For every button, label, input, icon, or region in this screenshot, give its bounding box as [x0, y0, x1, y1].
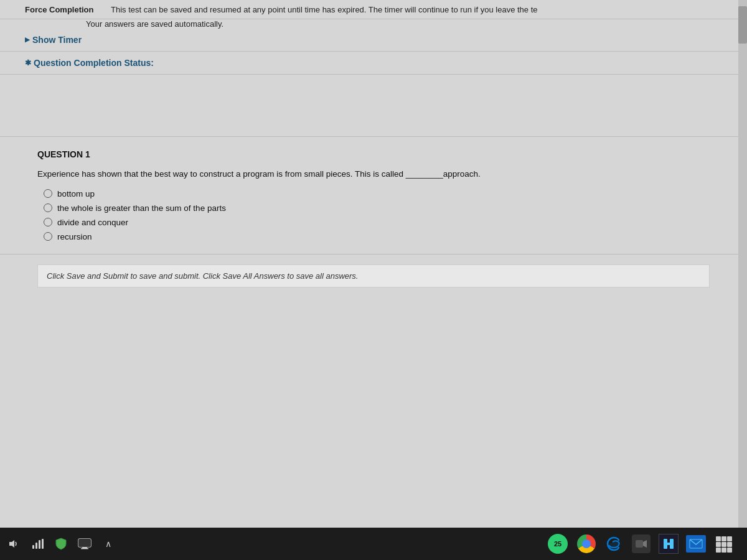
radio-recursion[interactable]: [44, 232, 52, 241]
wifi-icon[interactable]: [29, 535, 46, 553]
show-timer-row[interactable]: ▶ Show Timer: [0, 29, 747, 52]
svg-marker-0: [9, 540, 14, 548]
quiz-container: Force Completion This test can be saved …: [0, 0, 747, 528]
question-completion-row[interactable]: ✱ Question Completion Status:: [0, 52, 747, 75]
radio-whole-greater[interactable]: [44, 203, 52, 212]
answer-option-2[interactable]: the whole is greater than the sum of the…: [44, 203, 710, 213]
mail-app-icon[interactable]: [684, 531, 708, 556]
question-number: QUESTION 1: [37, 149, 710, 159]
answer-option-4-text: recursion: [57, 232, 92, 241]
timer-circle: 25: [548, 534, 568, 554]
file-manager-app-icon[interactable]: [656, 531, 681, 556]
svg-marker-10: [643, 540, 647, 548]
force-completion-text: This test can be saved and resumed at an…: [111, 4, 538, 16]
taskbar: ∧ 25: [0, 528, 747, 560]
scroll-thumb[interactable]: [738, 6, 747, 44]
grid-app-icon[interactable]: [711, 531, 736, 556]
edge-icon: [604, 534, 623, 553]
answer-option-4[interactable]: recursion: [44, 232, 710, 241]
answer-options: bottom up the whole is greater than the …: [37, 189, 710, 241]
svg-rect-13: [664, 543, 674, 545]
show-timer-label: Show Timer: [32, 35, 82, 45]
completion-arrow-icon: ✱: [25, 58, 31, 67]
question-text: Experience has shown that the best way t…: [37, 168, 710, 180]
taskbar-center: 25: [545, 531, 736, 556]
question-block: QUESTION 1 Experience has shown that the…: [0, 137, 747, 254]
footer-instruction: Click Save and Submit to save and submit…: [37, 264, 710, 287]
svg-rect-8: [81, 548, 88, 549]
answer-option-3[interactable]: divide and conquer: [44, 218, 710, 227]
svg-rect-2: [35, 543, 37, 549]
expand-tray-icon[interactable]: ∧: [100, 535, 117, 553]
svg-rect-9: [636, 540, 643, 548]
taskbar-left: ∧: [5, 535, 542, 553]
svg-rect-3: [39, 540, 40, 549]
svg-rect-7: [82, 547, 87, 548]
svg-rect-4: [42, 539, 44, 549]
force-completion-label: Force Completion: [25, 4, 106, 16]
spacer-area: [0, 75, 747, 137]
display-icon[interactable]: [76, 535, 93, 553]
show-timer-arrow-icon: ▶: [25, 36, 30, 43]
timer-app-icon[interactable]: 25: [545, 531, 570, 556]
edge-app-icon[interactable]: [601, 531, 626, 556]
browser-content: Force Completion This test can be saved …: [0, 0, 747, 528]
volume-icon[interactable]: [5, 535, 22, 553]
timer-badge-text: 25: [554, 540, 561, 548]
camera-icon: [632, 534, 651, 553]
svg-rect-1: [32, 545, 34, 549]
answer-option-1[interactable]: bottom up: [44, 189, 710, 198]
radio-bottom-up[interactable]: [44, 189, 52, 198]
question-completion-label: ✱ Question Completion Status:: [25, 58, 722, 68]
scroll-indicator[interactable]: [738, 0, 747, 528]
chrome-app-icon[interactable]: [574, 531, 599, 556]
show-timer-link[interactable]: ▶ Show Timer: [25, 35, 722, 45]
radio-divide-conquer[interactable]: [44, 218, 52, 226]
camera-app-icon[interactable]: [629, 531, 654, 556]
chrome-icon: [577, 534, 596, 553]
force-completion-row: Force Completion This test can be saved …: [0, 0, 747, 19]
grid-icon: [715, 535, 732, 553]
answer-option-3-text: divide and conquer: [57, 218, 128, 227]
svg-rect-6: [78, 539, 91, 547]
force-completion-subtext: Your answers are saved automatically.: [0, 19, 747, 29]
answer-option-2-text: the whole is greater than the sum of the…: [57, 203, 226, 213]
answer-option-1-text: bottom up: [57, 189, 95, 198]
completion-status-text: Question Completion Status:: [34, 58, 154, 68]
shield-icon[interactable]: [52, 535, 70, 553]
